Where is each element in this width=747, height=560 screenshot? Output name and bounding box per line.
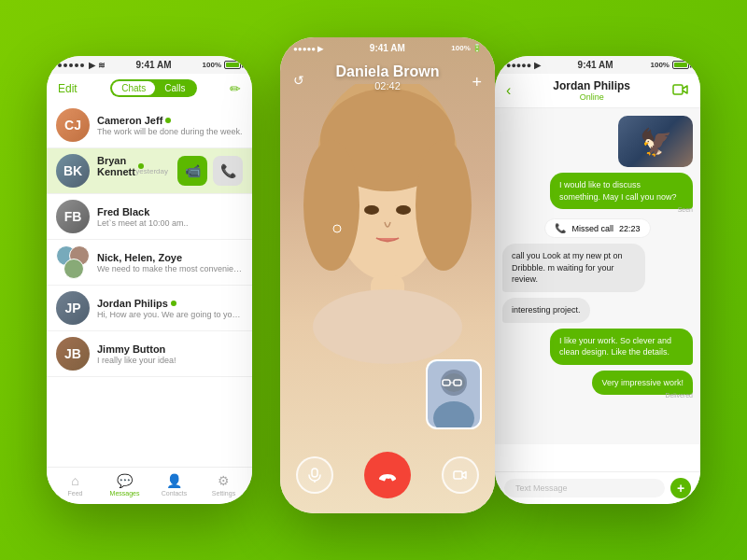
chat-item-fred[interactable]: FB Fred Black Let`s meet at 10:00 am..: [47, 194, 252, 240]
phones-container: ▶ ≋ 9:41 AM 100% Edit Chats Calls ✏ CJ: [19, 19, 728, 541]
status-time-middle: 9:41 AM: [370, 43, 405, 53]
end-call-button[interactable]: [364, 452, 411, 498]
chat-item-jimmy[interactable]: JB Jimmy Button I really like your idea!: [47, 331, 252, 377]
chat-item-cameron[interactable]: CJ Cameron Jeff The work will be done du…: [47, 103, 252, 148]
right-header: ‹ Jordan Philips Online: [495, 74, 700, 108]
chat-info-fred: Fred Black Let`s meet at 10:00 am..: [97, 206, 243, 228]
bubble-received-1: call you Look at my new pt on Dribbble. …: [502, 244, 645, 292]
message-row-sent1: I would like to discuss something. May I…: [502, 173, 693, 213]
chat-info-group: Nick, Helen, Zoye We need to make the mo…: [97, 252, 243, 273]
call-action-button[interactable]: 📞: [213, 156, 243, 186]
self-view: [426, 359, 482, 429]
battery-left: 100%: [203, 61, 241, 69]
message-input-area: Text Message +: [495, 471, 700, 504]
contact-status: Online: [553, 92, 630, 102]
chat-preview-jordan: Hi, How are you. We are going to you nex…: [97, 310, 243, 319]
tab-chats[interactable]: Chats: [112, 81, 155, 95]
tab-calls[interactable]: Calls: [155, 81, 194, 95]
bottom-nav-left: ⌂ Feed 💬 Messages 👤 Contacts ⚙ Settings: [47, 467, 252, 504]
status-bar-middle: ●●●●● ▶ 9:41 AM 100% 🔋: [280, 37, 495, 57]
svg-point-9: [333, 225, 341, 232]
svg-point-8: [313, 289, 462, 364]
chat-name-bryan: Bryan Kennett: [97, 155, 128, 177]
edit-button[interactable]: Edit: [58, 82, 78, 95]
header-center: Jordan Philips Online: [553, 79, 630, 102]
caller-name: Daniela Brown: [335, 63, 439, 80]
svg-point-5: [364, 205, 379, 215]
chat-info-bryan: Bryan Kennett text: [97, 155, 128, 188]
bubble-sent-2: I like your work. So clever and clean de…: [550, 329, 693, 365]
messages-icon: 💬: [117, 473, 133, 488]
battery-middle: 100% 🔋: [451, 44, 482, 52]
online-indicator-jordan: [171, 301, 176, 306]
tabs-container: Chats Calls: [110, 79, 196, 97]
chat-preview-group: We need to make the most convenient opti…: [97, 264, 243, 273]
seen-label: Seen: [678, 206, 693, 213]
chat-name-group: Nick, Helen, Zoye: [97, 252, 243, 263]
message-input[interactable]: Text Message: [504, 479, 665, 497]
avatar-bryan: BK: [56, 154, 90, 188]
left-nav: Edit Chats Calls ✏: [47, 74, 252, 103]
nav-messages[interactable]: 💬 Messages: [100, 473, 149, 497]
signal-dots-middle: ●●●●● ▶: [293, 44, 323, 53]
nav-feed[interactable]: ⌂ Feed: [50, 473, 100, 497]
eagle-image: [618, 116, 693, 167]
avatar-jordan: JP: [56, 291, 90, 325]
missed-phone-icon: 📞: [555, 223, 566, 233]
sub-avatar-3: [63, 259, 84, 279]
bubble-sent-3: Very impressive work!: [592, 371, 693, 396]
compose-button[interactable]: ✏: [230, 81, 241, 96]
avatar-jimmy: JB: [56, 337, 90, 371]
avatar-group: [56, 245, 90, 279]
svg-point-3: [303, 140, 359, 271]
nav-settings[interactable]: ⚙ Settings: [199, 473, 248, 497]
missed-call-time: 22:23: [619, 224, 641, 233]
chat-list: CJ Cameron Jeff The work will be done du…: [47, 103, 252, 377]
phone-middle: ●●●●● ▶ 9:41 AM 100% 🔋 ↺ Daniela Brown 0…: [280, 37, 495, 513]
chat-messages: I would like to discuss something. May I…: [495, 108, 700, 444]
svg-rect-17: [312, 469, 317, 477]
chat-item-group[interactable]: Nick, Helen, Zoye We need to make the mo…: [47, 240, 252, 286]
chat-item-jordan[interactable]: JP Jordan Philips Hi, How are you. We ar…: [47, 286, 252, 331]
chat-info-jordan: Jordan Philips Hi, How are you. We are g…: [97, 298, 243, 319]
status-bar-left: ▶ ≋ 9:41 AM 100%: [47, 56, 252, 74]
chat-item-bryan[interactable]: BK Bryan Kennett text yesterday 📹 📞: [47, 148, 252, 194]
status-time-right: 9:41 AM: [578, 60, 613, 70]
call-duration: 02:42: [374, 80, 401, 91]
avatar-fred: FB: [56, 200, 90, 233]
chat-name-jimmy: Jimmy Button: [97, 343, 243, 355]
avatar-cameron: CJ: [56, 108, 90, 142]
add-participant-button[interactable]: +: [472, 73, 482, 92]
online-indicator: [165, 118, 171, 123]
bubble-sent-1: I would like to discuss something. May I…: [550, 173, 693, 209]
status-time-left: 9:41 AM: [136, 60, 172, 70]
contact-name: Jordan Philips: [553, 79, 630, 92]
feed-icon: ⌂: [71, 473, 78, 488]
signal-dots-right: ●●●●● ▶: [506, 61, 541, 70]
chat-name-jordan: Jordan Philips: [97, 298, 243, 309]
phone-left: ▶ ≋ 9:41 AM 100% Edit Chats Calls ✏ CJ: [47, 56, 252, 504]
caller-face: [280, 37, 495, 513]
chat-preview-cameron: The work will be done during the week.: [97, 127, 243, 136]
chat-info-jimmy: Jimmy Button I really like your idea!: [97, 343, 243, 365]
video-toggle-button[interactable]: [442, 456, 479, 494]
chat-name-cameron: Cameron Jeff: [97, 115, 243, 126]
settings-icon: ⚙: [218, 473, 230, 488]
call-controls: [280, 452, 495, 498]
mute-button[interactable]: [296, 456, 333, 494]
signal-dots: ▶ ≋: [58, 61, 106, 70]
action-buttons: yesterday 📹 📞: [135, 156, 243, 186]
missed-call-badge: 📞 Missed call 22:23: [544, 218, 650, 238]
self-avatar-svg: [428, 362, 480, 427]
svg-point-6: [396, 205, 411, 215]
chat-preview-jimmy: I really like your idea!: [97, 356, 243, 365]
nav-contacts[interactable]: 👤 Contacts: [149, 473, 199, 497]
video-action-button[interactable]: 📹: [177, 156, 207, 186]
delivered-label: Delivered: [665, 392, 693, 399]
svg-rect-19: [454, 471, 462, 479]
phone-right: ●●●●● ▶ 9:41 AM 100% ‹ Jordan Philips On…: [495, 56, 700, 504]
send-button[interactable]: +: [670, 478, 691, 498]
status-bar-right: ●●●●● ▶ 9:41 AM 100%: [495, 56, 700, 74]
back-button[interactable]: ‹: [506, 82, 511, 99]
video-call-button[interactable]: [672, 83, 689, 98]
